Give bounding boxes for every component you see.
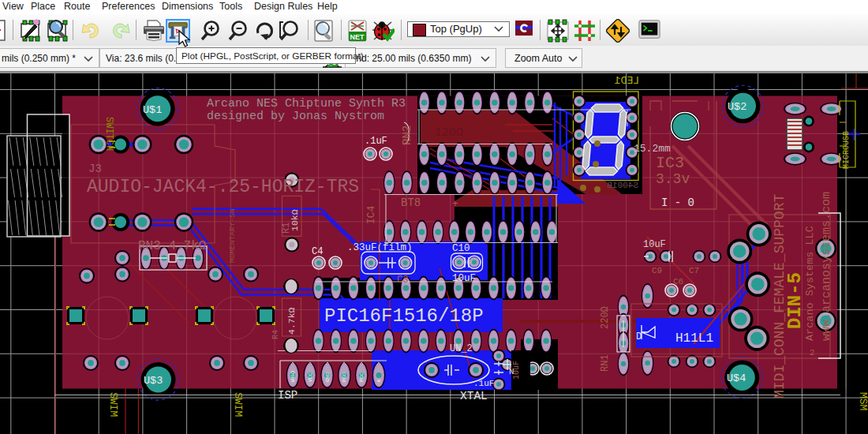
svg-text:VCC: VCC bbox=[308, 372, 312, 382]
svg-text:U$3: U$3 bbox=[144, 375, 163, 387]
svg-text:C9: C9 bbox=[652, 266, 662, 275]
svg-text:2: 2 bbox=[810, 348, 815, 357]
svg-text:C4: C4 bbox=[312, 246, 323, 257]
svg-text:DIN-5: DIN-5 bbox=[784, 272, 806, 329]
svg-text:6: 6 bbox=[376, 380, 381, 382]
svg-text:10uF: 10uF bbox=[452, 273, 476, 284]
svg-text:RN1: RN1 bbox=[600, 354, 611, 372]
svg-text:NET: NET bbox=[350, 33, 365, 41]
svg-text:R4: R4 bbox=[271, 330, 280, 339]
svg-text:MSM: MSM bbox=[857, 392, 868, 410]
svg-text:MISO: MISO bbox=[290, 370, 295, 382]
svg-text:D: D bbox=[636, 331, 642, 342]
svg-text:PGC: PGC bbox=[359, 372, 364, 382]
svg-text:C10: C10 bbox=[452, 243, 470, 254]
svg-text:120Ω: 120Ω bbox=[435, 126, 463, 140]
svg-text:C3: C3 bbox=[397, 275, 408, 286]
svg-text:SWITCH: SWITCH bbox=[103, 117, 114, 151]
svg-text:MOMENTARY-SW: MOMENTARY-SW bbox=[228, 208, 237, 263]
svg-text:S4001B: S4001B bbox=[607, 181, 638, 190]
svg-text:J3: J3 bbox=[88, 163, 102, 175]
svg-text:AUDIO-JACK4-.25-HORIZ-TRS: AUDIO-JACK4-.25-HORIZ-TRS bbox=[87, 177, 359, 197]
svg-text:C6: C6 bbox=[673, 277, 683, 286]
svg-text:15.2mm: 15.2mm bbox=[634, 143, 671, 155]
svg-text:3.3v: 3.3v bbox=[656, 171, 690, 187]
svg-text:10uF: 10uF bbox=[512, 361, 521, 380]
svg-text:U$4: U$4 bbox=[727, 372, 746, 384]
svg-text:ISP: ISP bbox=[278, 389, 297, 402]
svg-text:U$2: U$2 bbox=[728, 101, 746, 113]
svg-text:C7: C7 bbox=[689, 266, 699, 275]
svg-text:PGD: PGD bbox=[342, 372, 346, 382]
svg-text:MICROUSB: MICROUSB bbox=[842, 131, 851, 169]
svg-text:+: + bbox=[452, 198, 458, 210]
svg-text:220Ω: 220Ω bbox=[600, 306, 611, 329]
svg-text:designed by Jonas Nystrom: designed by Jonas Nystrom bbox=[207, 110, 384, 123]
svg-text:H11L1: H11L1 bbox=[675, 331, 713, 346]
svg-text:SWIM: SWIM bbox=[107, 392, 119, 417]
svg-text:I - 0: I - 0 bbox=[661, 196, 694, 209]
svg-text:.1uF: .1uF bbox=[473, 379, 494, 388]
svg-text:PIC16F1516/18P: PIC16F1516/18P bbox=[324, 305, 484, 327]
svg-text:.1uF: .1uF bbox=[365, 136, 387, 147]
svg-text:XTAL: XTAL bbox=[460, 390, 488, 402]
svg-text:Arcano NES Chiptune Synth R3: Arcano NES Chiptune Synth R3 bbox=[207, 97, 406, 110]
svg-text:RN3 4.7kΩ: RN3 4.7kΩ bbox=[138, 239, 207, 253]
svg-text:UN_2: UN_2 bbox=[450, 343, 473, 354]
svg-text:BT8: BT8 bbox=[401, 196, 421, 209]
svg-text:IC3: IC3 bbox=[656, 154, 684, 172]
svg-text:LED1: LED1 bbox=[615, 75, 639, 87]
svg-text:U$1: U$1 bbox=[143, 104, 162, 116]
svg-text:RN2: RN2 bbox=[401, 125, 413, 145]
svg-text:10kΩ: 10kΩ bbox=[290, 209, 300, 231]
svg-text:www.arcanosystems.com: www.arcanosystems.com bbox=[820, 192, 833, 341]
svg-text:10uF: 10uF bbox=[643, 239, 666, 250]
svg-text:Arcano Systems LLC: Arcano Systems LLC bbox=[804, 226, 816, 341]
svg-text:4.7kΩ: 4.7kΩ bbox=[286, 307, 297, 335]
svg-text:IC4: IC4 bbox=[365, 205, 377, 224]
svg-text:SWIM: SWIM bbox=[232, 392, 244, 417]
svg-text:GND: GND bbox=[325, 372, 330, 382]
